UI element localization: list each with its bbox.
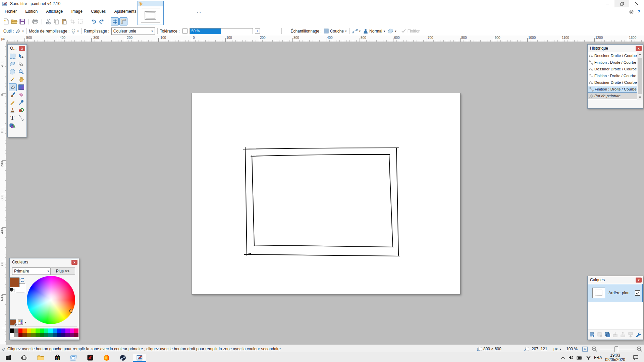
zoom-in-button[interactable] bbox=[637, 346, 642, 352]
tool-ellipse-select[interactable] bbox=[9, 68, 16, 75]
antialiasing-chooser[interactable]: ▾ bbox=[352, 29, 361, 34]
app-blue-window-button[interactable] bbox=[68, 354, 79, 362]
color-wheel[interactable] bbox=[27, 276, 75, 324]
history-item[interactable]: Dessiner Droite / Courbe bbox=[588, 66, 637, 72]
vertical-ruler[interactable]: -1000100200300400500600 bbox=[0, 42, 6, 345]
palette-swatch[interactable] bbox=[44, 333, 48, 337]
microsoft-store-button[interactable] bbox=[52, 354, 63, 362]
menu-affichage[interactable]: Affichage bbox=[42, 7, 66, 16]
tool-gradient[interactable] bbox=[17, 83, 25, 90]
task-view-button[interactable] bbox=[18, 354, 30, 362]
print-button[interactable] bbox=[31, 17, 39, 25]
tool-magic-wand[interactable] bbox=[9, 76, 16, 83]
redo-button[interactable] bbox=[98, 17, 106, 25]
fill-style-select[interactable]: Couleur unie ▾ bbox=[111, 27, 155, 35]
zoom-slider-thumb[interactable] bbox=[614, 346, 618, 352]
palette-swatch[interactable] bbox=[40, 328, 44, 333]
fit-window-icon[interactable] bbox=[582, 347, 588, 352]
menu-image[interactable]: Image bbox=[68, 7, 86, 16]
reset-colors-icon[interactable] bbox=[10, 288, 15, 293]
history-scrollbar[interactable] bbox=[637, 52, 643, 100]
palette-swatch[interactable] bbox=[31, 328, 36, 333]
tolerance-slider[interactable]: 50 % bbox=[190, 28, 253, 34]
tray-show-hidden-icons[interactable] bbox=[559, 353, 567, 362]
help-icon[interactable]: ? bbox=[638, 9, 640, 14]
palette-swatch[interactable] bbox=[10, 328, 14, 333]
palette-swatch[interactable] bbox=[65, 328, 70, 333]
layer-row-background[interactable]: Arrière-plan bbox=[588, 284, 643, 302]
palette-swatch[interactable] bbox=[27, 328, 31, 333]
palette-swatch[interactable] bbox=[40, 333, 44, 337]
settings-gear-icon[interactable] bbox=[629, 9, 634, 14]
palette-swatch[interactable] bbox=[18, 328, 23, 333]
save-button[interactable] bbox=[18, 17, 26, 25]
palette-row-2[interactable] bbox=[10, 333, 78, 337]
layers-panel-titlebar[interactable]: Calques x bbox=[588, 276, 643, 284]
color-mode-select[interactable]: Primaire ▾ bbox=[12, 267, 51, 275]
palette-swatch[interactable] bbox=[61, 333, 66, 337]
menu-calques[interactable]: Calques bbox=[87, 7, 109, 16]
finish-button[interactable]: Finition bbox=[401, 29, 421, 34]
tool-paintbrush[interactable] bbox=[9, 91, 16, 98]
paintnet-taskbar-button[interactable] bbox=[133, 354, 146, 362]
history-item-selected[interactable]: Finition : Droite / Courbe bbox=[588, 86, 637, 93]
menu-edition[interactable]: Edition bbox=[21, 7, 41, 16]
add-to-palette-button[interactable] bbox=[10, 319, 16, 325]
paste-button[interactable] bbox=[60, 17, 68, 25]
palette-swatch[interactable] bbox=[57, 328, 61, 333]
rulers-toggle-button[interactable] bbox=[119, 17, 127, 25]
history-item[interactable]: Finition : Droite / Courbe bbox=[588, 72, 637, 79]
history-item[interactable]: Dessiner Droite / Courbe bbox=[588, 52, 637, 59]
add-layer-button[interactable] bbox=[589, 331, 595, 338]
menu-fichier[interactable]: Fichier bbox=[1, 7, 20, 16]
menu-ajustements[interactable]: Ajustements bbox=[111, 7, 140, 16]
minimize-button[interactable] bbox=[600, 0, 614, 7]
palette-swatch[interactable] bbox=[61, 328, 66, 333]
palette-swatch[interactable] bbox=[65, 333, 70, 337]
tools-panel-titlebar[interactable]: O... x bbox=[8, 45, 26, 52]
swap-colors-icon[interactable] bbox=[20, 278, 25, 282]
tool-color-picker[interactable] bbox=[17, 99, 25, 106]
tool-line-curve[interactable] bbox=[17, 114, 25, 121]
palette-swatch[interactable] bbox=[27, 333, 31, 337]
tools-panel-close-button[interactable]: x bbox=[19, 46, 25, 51]
firefox-button[interactable] bbox=[101, 354, 112, 362]
tool-rectangle-select[interactable] bbox=[9, 53, 16, 60]
tool-paint-bucket[interactable] bbox=[9, 83, 17, 91]
tray-language[interactable]: FRA bbox=[593, 353, 603, 362]
palette-swatch[interactable] bbox=[48, 328, 53, 333]
tray-wifi[interactable] bbox=[584, 353, 593, 362]
tolerance-decrease-button[interactable]: − bbox=[182, 28, 187, 34]
tool-chooser[interactable]: ▾ bbox=[15, 28, 24, 34]
palette-swatch[interactable] bbox=[22, 333, 27, 337]
tool-move-selection[interactable] bbox=[17, 53, 25, 60]
scroll-up-icon[interactable] bbox=[639, 54, 641, 55]
palette-swatch[interactable] bbox=[14, 328, 18, 333]
file-explorer-button[interactable] bbox=[35, 354, 46, 362]
undo-button[interactable] bbox=[90, 17, 98, 25]
grid-toggle-button[interactable] bbox=[111, 17, 119, 25]
palette-swatch[interactable] bbox=[31, 333, 36, 337]
close-button[interactable] bbox=[629, 0, 644, 7]
palette-swatch[interactable] bbox=[14, 333, 18, 337]
steam-button[interactable] bbox=[117, 354, 128, 362]
cut-button[interactable] bbox=[44, 17, 52, 25]
history-panel-close-button[interactable]: x bbox=[636, 46, 642, 51]
more-colors-button[interactable]: Plus >> bbox=[50, 267, 75, 275]
horizontal-ruler[interactable]: -500-400-300-200-10001002003004005006007… bbox=[6, 36, 644, 42]
palette-swatch[interactable] bbox=[44, 328, 48, 333]
palette-swatch[interactable] bbox=[48, 333, 53, 337]
palette-swatch[interactable] bbox=[36, 333, 40, 337]
color-wheel-marker[interactable] bbox=[69, 309, 73, 313]
tray-volume[interactable] bbox=[567, 353, 575, 362]
zoom-out-button[interactable] bbox=[592, 346, 597, 352]
deselect-button[interactable] bbox=[76, 17, 85, 25]
palette-row-1[interactable] bbox=[10, 328, 78, 333]
image-tab[interactable] bbox=[138, 1, 164, 25]
canvas[interactable] bbox=[192, 93, 460, 294]
palette-manager-icon[interactable] bbox=[18, 319, 23, 325]
colors-panel-titlebar[interactable]: Couleurs x bbox=[10, 258, 79, 266]
copy-button[interactable] bbox=[52, 17, 60, 25]
tool-lasso-select[interactable] bbox=[9, 60, 16, 67]
merge-layer-down-button[interactable] bbox=[612, 331, 618, 338]
